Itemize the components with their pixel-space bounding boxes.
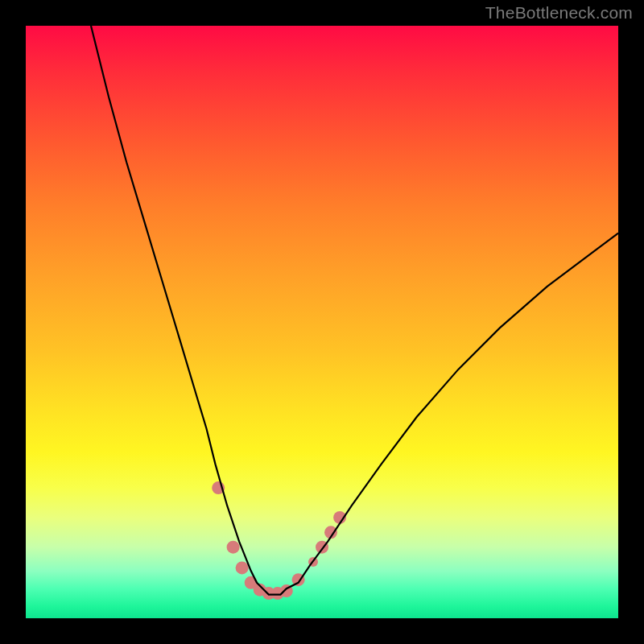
chart-frame: TheBottleneck.com xyxy=(0,0,644,644)
data-marker xyxy=(236,561,249,574)
watermark-text: TheBottleneck.com xyxy=(485,3,633,23)
curve-layer xyxy=(26,26,618,618)
bottleneck-curve xyxy=(91,26,618,595)
plot-area xyxy=(26,26,618,618)
marker-group xyxy=(212,481,346,600)
data-marker xyxy=(227,541,240,554)
